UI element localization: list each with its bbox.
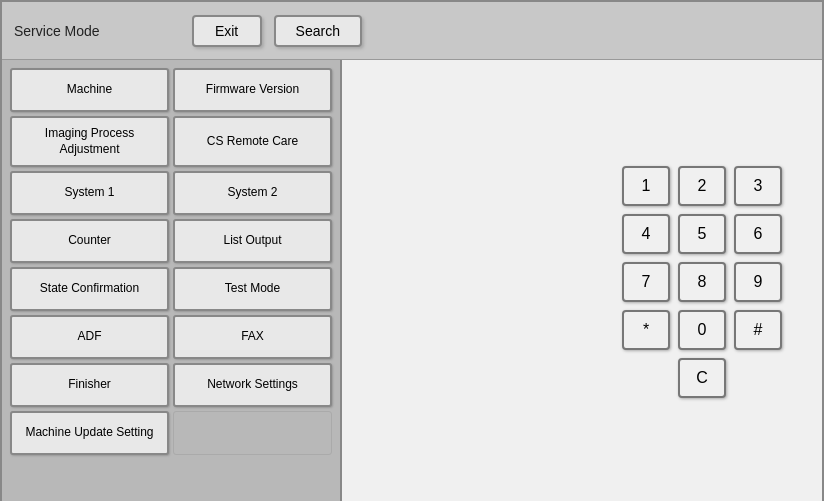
key-clear[interactable]: C: [678, 358, 726, 398]
menu-btn-list-output[interactable]: List Output: [173, 219, 332, 263]
menu-btn-counter[interactable]: Counter: [10, 219, 169, 263]
menu-btn-network-settings[interactable]: Network Settings: [173, 363, 332, 407]
menu-btn-blank: [173, 411, 332, 455]
menu-btn-machine[interactable]: Machine: [10, 68, 169, 112]
menu-btn-test-mode[interactable]: Test Mode: [173, 267, 332, 311]
key-9[interactable]: 9: [734, 262, 782, 302]
key-hash[interactable]: #: [734, 310, 782, 350]
header-bar: Service Mode Exit Search: [2, 2, 822, 60]
content-area: MachineFirmware VersionImaging Process A…: [2, 60, 822, 501]
main-container: Service Mode Exit Search MachineFirmware…: [0, 0, 824, 501]
numpad: 123456789*0#C: [622, 166, 782, 398]
menu-btn-machine-update-setting[interactable]: Machine Update Setting: [10, 411, 169, 455]
key-6[interactable]: 6: [734, 214, 782, 254]
search-button[interactable]: Search: [274, 15, 362, 47]
key-1[interactable]: 1: [622, 166, 670, 206]
menu-btn-finisher[interactable]: Finisher: [10, 363, 169, 407]
menu-btn-cs-remote-care[interactable]: CS Remote Care: [173, 116, 332, 167]
numpad-spacer-left: [622, 358, 670, 398]
menu-btn-firmware-version[interactable]: Firmware Version: [173, 68, 332, 112]
key-8[interactable]: 8: [678, 262, 726, 302]
key-0[interactable]: 0: [678, 310, 726, 350]
key-2[interactable]: 2: [678, 166, 726, 206]
menu-btn-system1[interactable]: System 1: [10, 171, 169, 215]
left-panel: MachineFirmware VersionImaging Process A…: [2, 60, 342, 501]
key-3[interactable]: 3: [734, 166, 782, 206]
right-panel: 123456789*0#C: [342, 60, 822, 501]
exit-button[interactable]: Exit: [192, 15, 262, 47]
menu-btn-state-confirmation[interactable]: State Confirmation: [10, 267, 169, 311]
key-4[interactable]: 4: [622, 214, 670, 254]
page-title: Service Mode: [14, 23, 100, 39]
numpad-spacer-right: [734, 358, 782, 398]
menu-btn-system2[interactable]: System 2: [173, 171, 332, 215]
key-5[interactable]: 5: [678, 214, 726, 254]
menu-btn-imaging-process-adjustment[interactable]: Imaging Process Adjustment: [10, 116, 169, 167]
key-star[interactable]: *: [622, 310, 670, 350]
key-7[interactable]: 7: [622, 262, 670, 302]
menu-btn-fax[interactable]: FAX: [173, 315, 332, 359]
menu-btn-adf[interactable]: ADF: [10, 315, 169, 359]
